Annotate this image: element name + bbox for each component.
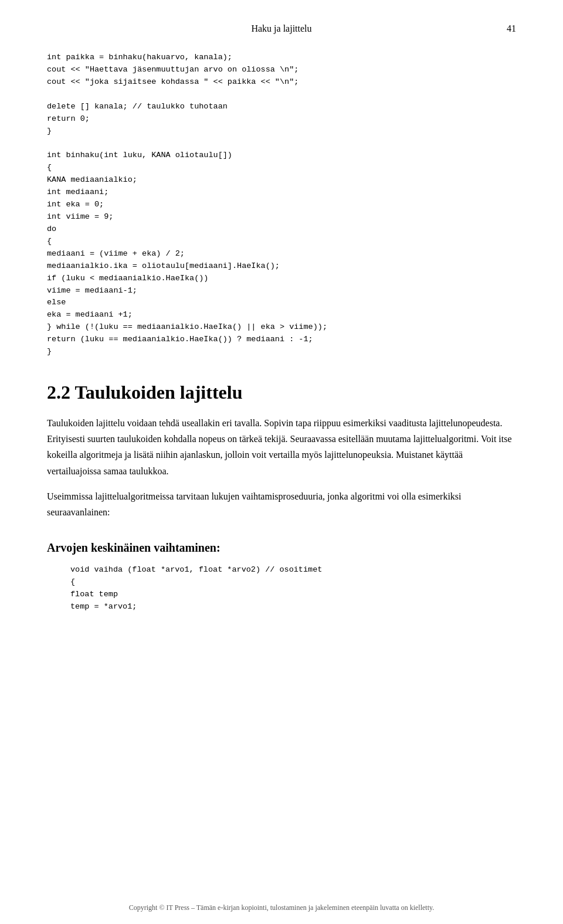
footer: Copyright © IT Press – Tämän e-kirjan ko… [0, 903, 563, 912]
paragraph-2: Useimmissa lajittelualgoritmeissa tarvit… [47, 488, 516, 520]
page-title: Haku ja lajittelu [251, 23, 311, 34]
code-block-1: int paikka = binhaku(hakuarvo, kanala); … [47, 52, 516, 358]
paragraph-1: Taulukoiden lajittelu voidaan tehdä usea… [47, 415, 516, 479]
code-block-2: void vaihda (float *arvo1, float *arvo2)… [70, 564, 516, 613]
subsection-heading: Arvojen keskinäinen vaihtaminen: [47, 541, 516, 555]
page-container: Haku ja lajittelu 41 int paikka = binhak… [0, 0, 563, 924]
page-header: Haku ja lajittelu 41 [47, 23, 516, 34]
page-number: 41 [507, 23, 516, 34]
section-heading: 2.2 Taulukoiden lajittelu [47, 382, 516, 403]
